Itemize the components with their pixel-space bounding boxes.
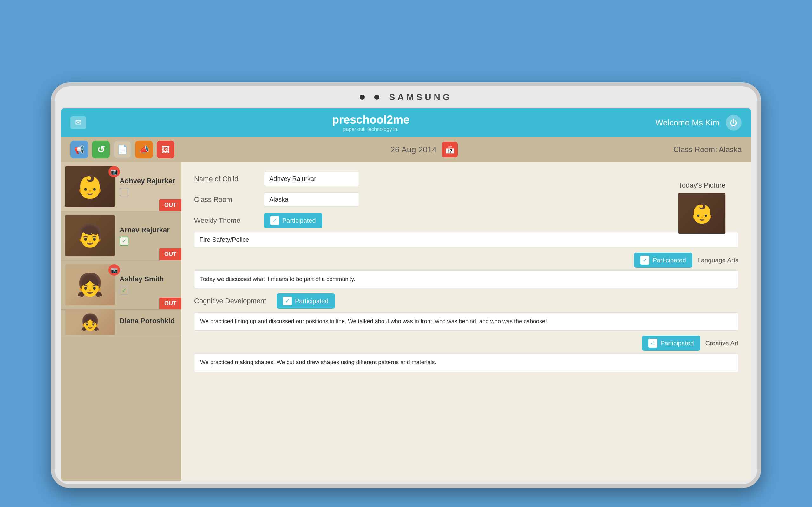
toolbar-date: 26 Aug 2014 📅 xyxy=(174,142,673,158)
student-photo-diana: 👧 xyxy=(65,309,114,335)
weekly-theme-participate[interactable]: ✓ Participated xyxy=(264,213,322,228)
weekly-theme-participated-label: Participated xyxy=(282,217,316,224)
date-text: 26 Aug 2014 xyxy=(391,145,437,155)
student-name-adhvey: Adhvey Rajurkar xyxy=(119,177,177,185)
tablet-device: SAMSUNG ✉ preschool2me paper out. techno… xyxy=(51,82,761,488)
camera-badge-adhvey: 📷 xyxy=(108,166,120,177)
student-item[interactable]: 👧 Diana Poroshkid xyxy=(61,309,182,335)
cog-dev-label: Cognitive Development xyxy=(194,297,270,305)
cog-dev-participate[interactable]: ✓ Participated xyxy=(276,293,335,308)
lang-arts-row: ✓ Participated Language Arts xyxy=(194,252,739,268)
lang-arts-textarea[interactable]: Today we discussed what it means to be p… xyxy=(194,270,739,288)
megaphone-button[interactable]: 📣 xyxy=(135,141,153,158)
name-row: Name of Child Adhvey Rajurkar xyxy=(194,172,739,186)
lang-arts-participated-label: Participated xyxy=(653,257,686,264)
student-item[interactable]: 👦 Arnav Rajurkar ✓ OUT xyxy=(61,211,182,261)
brand-tagline: paper out. technology in. xyxy=(332,126,409,132)
student-info-diana: Diana Poroshkid xyxy=(114,317,177,328)
cog-dev-row: Cognitive Development ✓ Participated xyxy=(194,293,739,308)
student-info-ashley: Ashley Smith ✓ xyxy=(114,275,177,295)
student-check-ashley[interactable]: ✓ xyxy=(119,286,129,295)
student-name-arnav: Arnav Rajurkar xyxy=(119,226,177,234)
cog-dev-participated-label: Participated xyxy=(295,297,328,305)
out-badge-ashley: OUT xyxy=(159,297,182,309)
power-button[interactable]: ⏻ xyxy=(726,115,742,130)
student-info-arnav: Arnav Rajurkar ✓ xyxy=(114,226,177,245)
out-badge-arnav: OUT xyxy=(159,248,182,260)
out-badge-adhvey: OUT xyxy=(159,199,182,211)
classroom-form-label: Class Room xyxy=(194,195,258,204)
tablet-brand: SAMSUNG xyxy=(389,92,452,102)
tablet-screen: ✉ preschool2me paper out. technology in.… xyxy=(61,108,751,481)
app-header: ✉ preschool2me paper out. technology in.… xyxy=(61,108,751,137)
student-check-arnav[interactable]: ✓ xyxy=(119,237,129,245)
creative-arts-participate[interactable]: ✓ Participated xyxy=(642,336,700,351)
student-list: 👶 📷 Adhvey Rajurkar OUT 👦 Arnav Ra xyxy=(61,162,182,481)
toolbar-icons: 📢 ↺ 📄 📣 🖼 xyxy=(70,141,174,158)
detail-panel-inner: Today's Picture 👶 Name of Child Adhvey R… xyxy=(194,172,739,372)
classroom-input[interactable]: Alaska xyxy=(264,192,359,207)
student-photo-arnav: 👦 xyxy=(65,215,114,257)
calendar-icon[interactable]: 📅 xyxy=(442,142,458,158)
name-input[interactable]: Adhvey Rajurkar xyxy=(264,172,359,186)
lang-arts-label: Language Arts xyxy=(698,257,739,264)
todays-picture-frame: 👶 xyxy=(678,193,726,234)
photo-button[interactable]: 🖼 xyxy=(157,141,174,158)
cog-dev-textarea[interactable]: We practiced lining up and discussed our… xyxy=(194,313,739,331)
student-info-adhvey: Adhvey Rajurkar xyxy=(114,177,177,196)
cog-dev-check: ✓ xyxy=(283,297,292,305)
student-check-adhvey[interactable] xyxy=(119,187,129,196)
tablet-top-bar: SAMSUNG xyxy=(55,86,757,108)
classroom-row: Class Room Alaska xyxy=(194,192,739,207)
todays-picture: Today's Picture 👶 xyxy=(678,181,726,234)
welcome-text: Welcome Ms Kim xyxy=(655,118,719,128)
creative-arts-participated-label: Participated xyxy=(660,340,694,347)
main-content: 👶 📷 Adhvey Rajurkar OUT 👦 Arnav Ra xyxy=(61,162,751,481)
creative-arts-row: ✓ Participated Creative Art xyxy=(194,336,739,351)
name-label: Name of Child xyxy=(194,175,258,183)
tablet-dot-2 xyxy=(374,95,379,100)
weekly-theme-row: Weekly Theme ✓ Participated xyxy=(194,213,739,228)
refresh-button[interactable]: ↺ xyxy=(92,141,110,158)
detail-panel: Today's Picture 👶 Name of Child Adhvey R… xyxy=(182,162,751,481)
camera-badge-ashley: 📷 xyxy=(108,264,120,276)
header-right: Welcome Ms Kim ⏻ xyxy=(655,115,742,130)
toolbar: 📢 ↺ 📄 📣 🖼 26 Aug 2014 📅 Class Room: Alas… xyxy=(61,137,751,162)
mail-icon[interactable]: ✉ xyxy=(70,116,86,129)
student-name-diana: Diana Poroshkid xyxy=(119,317,177,325)
creative-arts-label: Creative Art xyxy=(705,340,739,347)
student-photo-ashley: 👧 xyxy=(65,264,114,305)
lang-arts-participate[interactable]: ✓ Participated xyxy=(634,252,693,268)
student-photo-adhvey: 👶 xyxy=(65,166,114,207)
pages-button[interactable]: 📄 xyxy=(113,141,131,158)
classroom-label: Class Room: Alaska xyxy=(673,145,742,154)
header-brand: preschool2me paper out. technology in. xyxy=(332,113,409,132)
brand-name: preschool2me xyxy=(332,113,409,126)
student-item[interactable]: 👧 📷 Ashley Smith ✓ OUT xyxy=(61,261,182,309)
weekly-theme-label: Weekly Theme xyxy=(194,216,258,225)
announce-button[interactable]: 📢 xyxy=(70,141,88,158)
tablet-dot-1 xyxy=(360,95,365,100)
creative-arts-check: ✓ xyxy=(648,339,657,348)
weekly-theme-input[interactable] xyxy=(194,232,739,247)
creative-arts-textarea[interactable]: We practiced making shapes! We cut and d… xyxy=(194,353,739,372)
todays-picture-label: Today's Picture xyxy=(678,181,726,189)
weekly-theme-check: ✓ xyxy=(270,216,279,225)
lang-arts-check: ✓ xyxy=(641,256,649,265)
student-name-ashley: Ashley Smith xyxy=(119,275,177,283)
student-item[interactable]: 👶 📷 Adhvey Rajurkar OUT xyxy=(61,162,182,211)
